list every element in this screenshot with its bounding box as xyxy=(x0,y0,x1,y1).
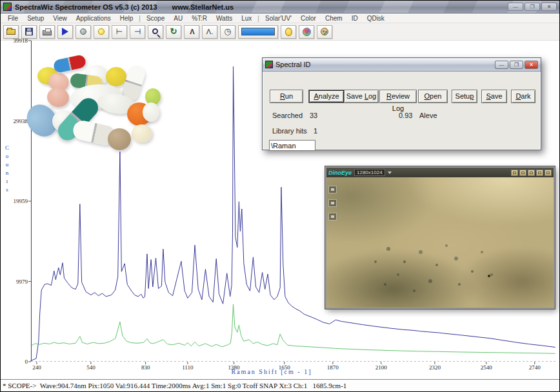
save-button[interactable] xyxy=(21,25,37,39)
searched-count: 33 xyxy=(310,112,317,119)
menu-item-solaruv[interactable]: Solar'UV' xyxy=(261,15,296,22)
menu-separator: | xyxy=(256,15,261,22)
window-title: SpectraWiz Spectrometer OS v5.3 (c) 2013 xyxy=(15,3,157,11)
light-reference-button[interactable] xyxy=(94,25,109,39)
camera-title-bar[interactable]: DinoEye 1280x1024 xyxy=(326,168,554,177)
camera-title: DinoEye xyxy=(328,170,352,176)
y-axis-title: C o u n t s xyxy=(4,144,10,194)
camera-minimize-icon[interactable] xyxy=(519,170,526,176)
setup-button[interactable]: Setup xyxy=(452,90,477,103)
x-tick-label: 2540 xyxy=(474,364,499,371)
menu-item-file[interactable]: File xyxy=(3,15,23,22)
chevron-down-icon[interactable] xyxy=(388,172,392,174)
camera-settings-icon[interactable] xyxy=(328,186,337,193)
irradiance-button[interactable] xyxy=(281,25,296,39)
menu-item-setup[interactable]: Setup xyxy=(23,15,48,22)
menu-bar: FileSetupViewApplicationsHelp|ScopeAU%T:… xyxy=(1,14,559,23)
timer-icon xyxy=(224,28,231,35)
integration-time-button[interactable] xyxy=(220,25,235,39)
camera-maximize-icon[interactable] xyxy=(528,170,535,176)
color-measure-button[interactable] xyxy=(299,25,314,39)
pill xyxy=(108,128,131,150)
title-bar: SpectraWiz Spectrometer OS v5.3 (c) 2013… xyxy=(1,1,559,14)
open-button[interactable]: Open xyxy=(418,90,448,103)
menu-separator: | xyxy=(137,15,142,22)
menu-item-color[interactable]: Color xyxy=(296,15,321,22)
menu-item-chem[interactable]: Chem xyxy=(321,15,347,22)
camera-window: DinoEye 1280x1024 xyxy=(325,166,555,309)
peak-hold-button[interactable] xyxy=(202,25,217,39)
menu-item-qdisk[interactable]: QDisk xyxy=(363,15,389,22)
y-tick-label: 9979 xyxy=(6,279,28,285)
menu-item-scope[interactable]: Scope xyxy=(142,15,169,22)
zoom-button[interactable] xyxy=(148,25,163,39)
status-text: * SCOPE-> Wave:904.74nm Pix:1050 Val:916… xyxy=(3,382,346,389)
x-tick-label: 1110 xyxy=(175,364,201,371)
camera-close-icon[interactable] xyxy=(545,170,552,176)
peaks-icon xyxy=(190,28,193,35)
play-icon xyxy=(62,28,68,35)
menu-item-applications[interactable]: Applications xyxy=(72,15,115,22)
menu-item-view[interactable]: View xyxy=(48,15,72,22)
camera-dark-spot xyxy=(488,275,490,277)
run-button[interactable] xyxy=(57,25,73,39)
pill xyxy=(46,86,71,108)
x-axis-title: Raman Shift [cm - 1] xyxy=(201,368,343,375)
menu-item-id[interactable]: ID xyxy=(347,15,363,22)
dialog-minimize-icon[interactable]: — xyxy=(495,61,508,69)
analyze-button[interactable]: Analyze xyxy=(308,90,345,103)
rescale-button[interactable] xyxy=(166,25,181,39)
spectral-id-body: RunAnalyzeSave LogReview LogOpenSetupSav… xyxy=(263,72,541,150)
open-button[interactable] xyxy=(3,25,19,39)
x-tick-label: 830 xyxy=(133,364,159,371)
peak-valley-button[interactable] xyxy=(184,25,199,39)
app-logo-icon xyxy=(3,3,12,11)
dialog-close-icon[interactable]: ✕ xyxy=(525,61,538,69)
spectral-id-title-bar[interactable]: Spectral ID — ❐ ✕ xyxy=(263,58,541,72)
match-name: Aleve xyxy=(419,112,437,119)
menu-item-tr[interactable]: %T:R xyxy=(187,15,212,22)
camera-menu-icon[interactable] xyxy=(511,170,518,176)
dark-button[interactable]: Dark xyxy=(511,90,535,103)
toolbar xyxy=(1,23,559,41)
spectral-id-dialog: Spectral ID — ❐ ✕ RunAnalyzeSave LogRevi… xyxy=(262,57,541,150)
yellow-oval-icon xyxy=(285,28,292,36)
floppy-icon xyxy=(25,28,33,35)
spectral-id-icon xyxy=(265,61,273,68)
match-score: 0.93 xyxy=(399,112,412,119)
dark-reference-button[interactable] xyxy=(75,25,91,39)
menu-item-watts[interactable]: Watts xyxy=(212,15,237,22)
camera-image xyxy=(326,168,554,308)
snapshot-icon[interactable] xyxy=(328,199,337,207)
review-log-button[interactable]: Review Log xyxy=(379,90,417,103)
bulb-light-icon xyxy=(98,28,105,35)
gallery-icon[interactable] xyxy=(328,213,337,220)
pills-photo xyxy=(25,54,162,157)
range-right-button[interactable] xyxy=(130,25,145,39)
menu-item-help[interactable]: Help xyxy=(115,15,138,22)
library-path-input[interactable] xyxy=(269,140,315,151)
blue-strip-icon xyxy=(241,28,275,35)
close-icon[interactable]: ✕ xyxy=(541,3,557,11)
camera-fullscreen-icon[interactable] xyxy=(536,170,543,176)
run-button[interactable]: Run xyxy=(270,90,303,103)
minimize-icon[interactable]: — xyxy=(508,3,523,11)
color-sphere-icon xyxy=(303,28,311,36)
print-button[interactable] xyxy=(39,25,55,39)
pill xyxy=(143,103,159,122)
camera-resolution[interactable]: 1280x1024 xyxy=(354,169,385,176)
save-button[interactable]: Save xyxy=(481,90,507,103)
range-left-icon xyxy=(116,28,123,35)
pill xyxy=(132,124,152,142)
y-tick-label: 29938 xyxy=(6,118,28,124)
dialog-maximize-icon[interactable]: ❐ xyxy=(510,61,523,69)
bulb-dark-icon xyxy=(80,28,86,35)
save-log-button[interactable]: Save Log xyxy=(344,90,379,103)
menu-item-lux[interactable]: Lux xyxy=(237,15,256,22)
restore-icon[interactable]: ❐ xyxy=(525,3,540,11)
color-strip-button[interactable] xyxy=(238,25,278,39)
color-sample-button[interactable] xyxy=(317,25,332,39)
magnifier-icon xyxy=(152,28,158,34)
range-left-button[interactable] xyxy=(112,25,127,39)
menu-item-au[interactable]: AU xyxy=(169,15,187,22)
